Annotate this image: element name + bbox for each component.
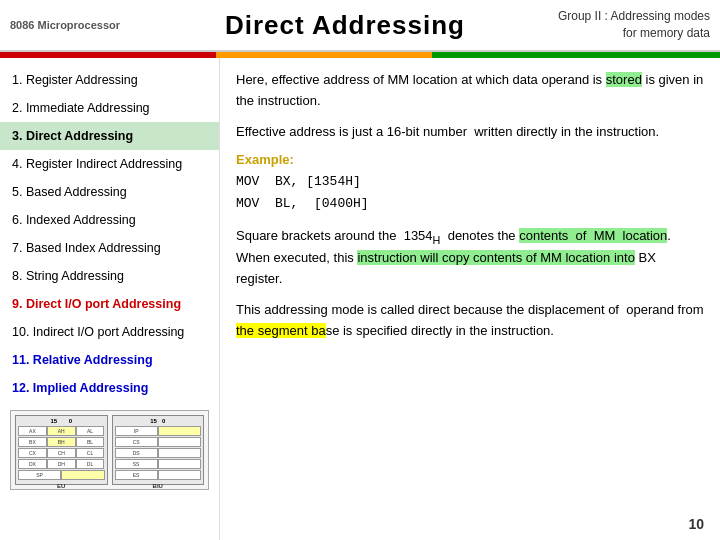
page-title: Direct Addressing bbox=[140, 10, 550, 41]
sidebar-item-10[interactable]: 10. Indirect I/O port Addressing bbox=[0, 318, 219, 346]
page-number: 10 bbox=[688, 516, 704, 532]
code-line-2: MOV BL, [0400H] bbox=[236, 193, 704, 215]
sidebar-item-5[interactable]: 5. Based Addressing bbox=[0, 178, 219, 206]
sidebar-item-12[interactable]: 12. Implied Addressing bbox=[0, 374, 219, 402]
header-subtitle: Group II : Addressing modes for memory d… bbox=[550, 8, 710, 42]
paragraph-3: Square brackets around the 1354H denotes… bbox=[236, 226, 704, 291]
eu-box: 15 0 AXAHAL BXBHBL CXCHCL DXDHDL SP EU bbox=[15, 415, 108, 485]
sidebar-item-2[interactable]: 2. Immediate Addressing bbox=[0, 94, 219, 122]
sidebar-item-9[interactable]: 9. Direct I/O port Addressing bbox=[0, 290, 219, 318]
paragraph-4: This addressing mode is called direct be… bbox=[236, 300, 704, 342]
sidebar: 1. Register Addressing 2. Immediate Addr… bbox=[0, 58, 220, 540]
code-line-1: MOV BX, [1354H] bbox=[236, 171, 704, 193]
main-layout: 1. Register Addressing 2. Immediate Addr… bbox=[0, 58, 720, 540]
logo: 8086 Microprocessor bbox=[10, 19, 140, 31]
sidebar-item-6[interactable]: 6. Indexed Addressing bbox=[0, 206, 219, 234]
sidebar-item-11[interactable]: 11. Relative Addressing bbox=[0, 346, 219, 374]
register-diagram-thumb: 15 0 AXAHAL BXBHBL CXCHCL DXDHDL SP EU bbox=[10, 410, 209, 490]
paragraph-1: Here, effective address of MM location a… bbox=[236, 70, 704, 112]
sidebar-item-3[interactable]: 3. Direct Addressing bbox=[0, 122, 219, 150]
biu-box: 15 0 IP CS DS SS ES BIU bbox=[112, 415, 205, 485]
written-word: written bbox=[474, 124, 512, 139]
header: 8086 Microprocessor Direct Addressing Gr… bbox=[0, 0, 720, 52]
example-label: Example: bbox=[236, 152, 704, 167]
code-block: MOV BX, [1354H] MOV BL, [0400H] bbox=[236, 171, 704, 215]
sidebar-item-8[interactable]: 8. String Addressing bbox=[0, 262, 219, 290]
sidebar-item-4[interactable]: 4. Register Indirect Addressing bbox=[0, 150, 219, 178]
sidebar-item-1[interactable]: 1. Register Addressing bbox=[0, 66, 219, 94]
paragraph-2: Effective address is just a 16-bit numbe… bbox=[236, 122, 704, 143]
content-area: Here, effective address of MM location a… bbox=[220, 58, 720, 540]
sidebar-item-7[interactable]: 7. Based Index Addressing bbox=[0, 234, 219, 262]
